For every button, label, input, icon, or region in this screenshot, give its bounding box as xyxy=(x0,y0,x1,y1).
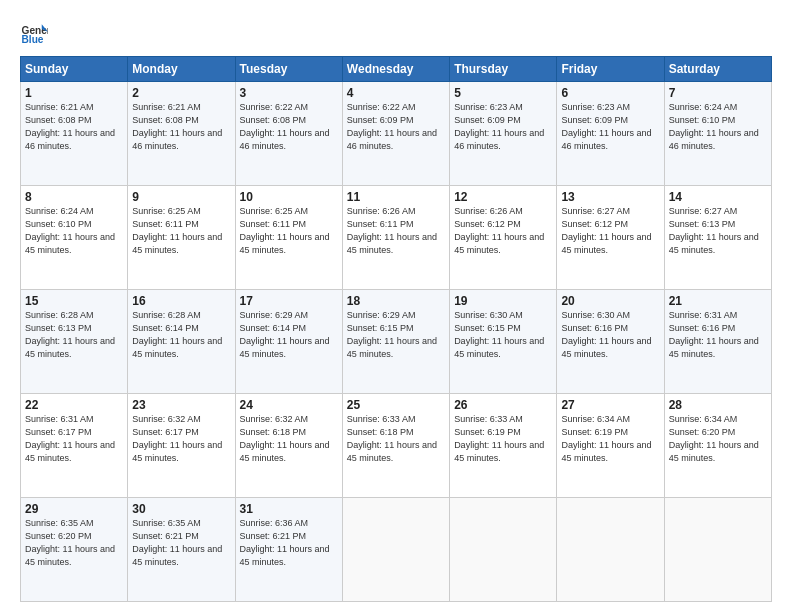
day-cell: 19 Sunrise: 6:30 AMSunset: 6:15 PMDaylig… xyxy=(450,290,557,394)
day-info: Sunrise: 6:31 AMSunset: 6:16 PMDaylight:… xyxy=(669,310,759,359)
day-cell xyxy=(664,498,771,602)
day-cell: 7 Sunrise: 6:24 AMSunset: 6:10 PMDayligh… xyxy=(664,82,771,186)
day-cell: 29 Sunrise: 6:35 AMSunset: 6:20 PMDaylig… xyxy=(21,498,128,602)
day-number: 19 xyxy=(454,294,552,308)
week-row: 15 Sunrise: 6:28 AMSunset: 6:13 PMDaylig… xyxy=(21,290,772,394)
day-number: 6 xyxy=(561,86,659,100)
day-number: 1 xyxy=(25,86,123,100)
day-cell: 28 Sunrise: 6:34 AMSunset: 6:20 PMDaylig… xyxy=(664,394,771,498)
day-number: 5 xyxy=(454,86,552,100)
day-cell: 1 Sunrise: 6:21 AMSunset: 6:08 PMDayligh… xyxy=(21,82,128,186)
day-info: Sunrise: 6:21 AMSunset: 6:08 PMDaylight:… xyxy=(25,102,115,151)
day-cell: 22 Sunrise: 6:31 AMSunset: 6:17 PMDaylig… xyxy=(21,394,128,498)
day-cell: 4 Sunrise: 6:22 AMSunset: 6:09 PMDayligh… xyxy=(342,82,449,186)
day-info: Sunrise: 6:28 AMSunset: 6:14 PMDaylight:… xyxy=(132,310,222,359)
day-number: 10 xyxy=(240,190,338,204)
day-cell: 30 Sunrise: 6:35 AMSunset: 6:21 PMDaylig… xyxy=(128,498,235,602)
day-number: 8 xyxy=(25,190,123,204)
day-cell xyxy=(450,498,557,602)
day-info: Sunrise: 6:23 AMSunset: 6:09 PMDaylight:… xyxy=(561,102,651,151)
day-info: Sunrise: 6:30 AMSunset: 6:16 PMDaylight:… xyxy=(561,310,651,359)
day-info: Sunrise: 6:30 AMSunset: 6:15 PMDaylight:… xyxy=(454,310,544,359)
day-cell: 21 Sunrise: 6:31 AMSunset: 6:16 PMDaylig… xyxy=(664,290,771,394)
day-info: Sunrise: 6:33 AMSunset: 6:18 PMDaylight:… xyxy=(347,414,437,463)
day-number: 30 xyxy=(132,502,230,516)
day-number: 16 xyxy=(132,294,230,308)
day-number: 9 xyxy=(132,190,230,204)
day-info: Sunrise: 6:36 AMSunset: 6:21 PMDaylight:… xyxy=(240,518,330,567)
day-info: Sunrise: 6:31 AMSunset: 6:17 PMDaylight:… xyxy=(25,414,115,463)
day-cell xyxy=(342,498,449,602)
day-number: 25 xyxy=(347,398,445,412)
logo-icon: General Blue xyxy=(20,18,48,46)
day-info: Sunrise: 6:26 AMSunset: 6:11 PMDaylight:… xyxy=(347,206,437,255)
day-cell: 17 Sunrise: 6:29 AMSunset: 6:14 PMDaylig… xyxy=(235,290,342,394)
logo: General Blue xyxy=(20,18,48,46)
weekday-header: Saturday xyxy=(664,57,771,82)
day-cell: 23 Sunrise: 6:32 AMSunset: 6:17 PMDaylig… xyxy=(128,394,235,498)
weekday-header: Tuesday xyxy=(235,57,342,82)
week-row: 22 Sunrise: 6:31 AMSunset: 6:17 PMDaylig… xyxy=(21,394,772,498)
day-info: Sunrise: 6:21 AMSunset: 6:08 PMDaylight:… xyxy=(132,102,222,151)
day-number: 17 xyxy=(240,294,338,308)
day-number: 11 xyxy=(347,190,445,204)
day-cell: 31 Sunrise: 6:36 AMSunset: 6:21 PMDaylig… xyxy=(235,498,342,602)
day-info: Sunrise: 6:29 AMSunset: 6:14 PMDaylight:… xyxy=(240,310,330,359)
day-cell: 11 Sunrise: 6:26 AMSunset: 6:11 PMDaylig… xyxy=(342,186,449,290)
day-number: 22 xyxy=(25,398,123,412)
calendar-table: SundayMondayTuesdayWednesdayThursdayFrid… xyxy=(20,56,772,602)
day-cell: 8 Sunrise: 6:24 AMSunset: 6:10 PMDayligh… xyxy=(21,186,128,290)
day-cell: 10 Sunrise: 6:25 AMSunset: 6:11 PMDaylig… xyxy=(235,186,342,290)
day-number: 29 xyxy=(25,502,123,516)
day-number: 21 xyxy=(669,294,767,308)
day-cell: 16 Sunrise: 6:28 AMSunset: 6:14 PMDaylig… xyxy=(128,290,235,394)
day-info: Sunrise: 6:24 AMSunset: 6:10 PMDaylight:… xyxy=(669,102,759,151)
weekday-header: Friday xyxy=(557,57,664,82)
day-cell: 15 Sunrise: 6:28 AMSunset: 6:13 PMDaylig… xyxy=(21,290,128,394)
day-info: Sunrise: 6:34 AMSunset: 6:19 PMDaylight:… xyxy=(561,414,651,463)
day-cell: 3 Sunrise: 6:22 AMSunset: 6:08 PMDayligh… xyxy=(235,82,342,186)
day-number: 12 xyxy=(454,190,552,204)
day-info: Sunrise: 6:22 AMSunset: 6:09 PMDaylight:… xyxy=(347,102,437,151)
day-info: Sunrise: 6:25 AMSunset: 6:11 PMDaylight:… xyxy=(240,206,330,255)
day-cell: 25 Sunrise: 6:33 AMSunset: 6:18 PMDaylig… xyxy=(342,394,449,498)
day-cell: 5 Sunrise: 6:23 AMSunset: 6:09 PMDayligh… xyxy=(450,82,557,186)
day-info: Sunrise: 6:28 AMSunset: 6:13 PMDaylight:… xyxy=(25,310,115,359)
day-cell: 9 Sunrise: 6:25 AMSunset: 6:11 PMDayligh… xyxy=(128,186,235,290)
day-number: 15 xyxy=(25,294,123,308)
day-cell: 14 Sunrise: 6:27 AMSunset: 6:13 PMDaylig… xyxy=(664,186,771,290)
weekday-header: Sunday xyxy=(21,57,128,82)
day-info: Sunrise: 6:24 AMSunset: 6:10 PMDaylight:… xyxy=(25,206,115,255)
day-info: Sunrise: 6:25 AMSunset: 6:11 PMDaylight:… xyxy=(132,206,222,255)
day-info: Sunrise: 6:29 AMSunset: 6:15 PMDaylight:… xyxy=(347,310,437,359)
day-cell: 12 Sunrise: 6:26 AMSunset: 6:12 PMDaylig… xyxy=(450,186,557,290)
day-number: 13 xyxy=(561,190,659,204)
day-number: 2 xyxy=(132,86,230,100)
day-info: Sunrise: 6:22 AMSunset: 6:08 PMDaylight:… xyxy=(240,102,330,151)
day-number: 28 xyxy=(669,398,767,412)
weekday-header-row: SundayMondayTuesdayWednesdayThursdayFrid… xyxy=(21,57,772,82)
day-info: Sunrise: 6:26 AMSunset: 6:12 PMDaylight:… xyxy=(454,206,544,255)
week-row: 1 Sunrise: 6:21 AMSunset: 6:08 PMDayligh… xyxy=(21,82,772,186)
day-cell: 2 Sunrise: 6:21 AMSunset: 6:08 PMDayligh… xyxy=(128,82,235,186)
day-cell: 13 Sunrise: 6:27 AMSunset: 6:12 PMDaylig… xyxy=(557,186,664,290)
weekday-header: Thursday xyxy=(450,57,557,82)
day-number: 27 xyxy=(561,398,659,412)
day-number: 20 xyxy=(561,294,659,308)
day-info: Sunrise: 6:35 AMSunset: 6:20 PMDaylight:… xyxy=(25,518,115,567)
day-info: Sunrise: 6:32 AMSunset: 6:17 PMDaylight:… xyxy=(132,414,222,463)
day-number: 26 xyxy=(454,398,552,412)
day-info: Sunrise: 6:23 AMSunset: 6:09 PMDaylight:… xyxy=(454,102,544,151)
day-info: Sunrise: 6:27 AMSunset: 6:13 PMDaylight:… xyxy=(669,206,759,255)
svg-text:Blue: Blue xyxy=(22,34,44,45)
day-cell: 24 Sunrise: 6:32 AMSunset: 6:18 PMDaylig… xyxy=(235,394,342,498)
weekday-header: Monday xyxy=(128,57,235,82)
day-cell: 27 Sunrise: 6:34 AMSunset: 6:19 PMDaylig… xyxy=(557,394,664,498)
day-cell: 26 Sunrise: 6:33 AMSunset: 6:19 PMDaylig… xyxy=(450,394,557,498)
day-number: 24 xyxy=(240,398,338,412)
day-number: 7 xyxy=(669,86,767,100)
day-info: Sunrise: 6:27 AMSunset: 6:12 PMDaylight:… xyxy=(561,206,651,255)
day-cell: 20 Sunrise: 6:30 AMSunset: 6:16 PMDaylig… xyxy=(557,290,664,394)
day-number: 3 xyxy=(240,86,338,100)
calendar-page: General Blue SundayMondayTuesdayWednesda… xyxy=(0,0,792,612)
